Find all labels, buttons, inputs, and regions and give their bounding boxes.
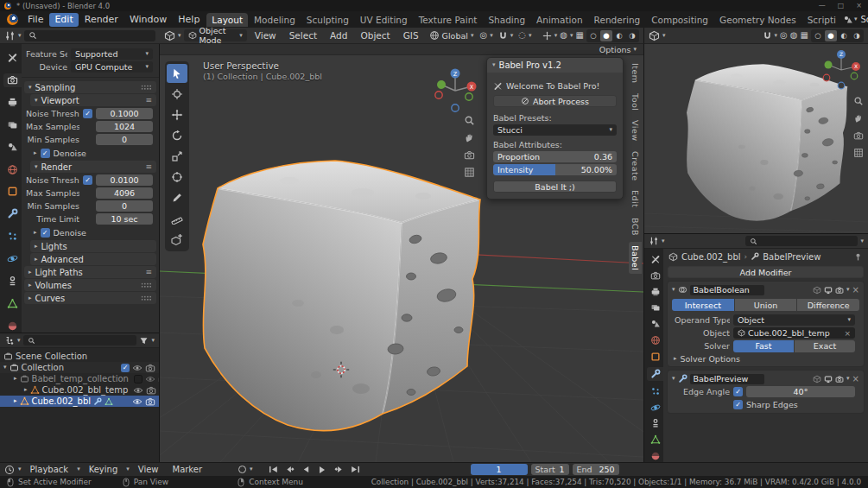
snap-magnet-icon[interactable] [498,31,508,41]
tab-render[interactable] [647,269,663,282]
outliner-row-cube-temp[interactable]: ▸ Cube.002_bbl_temp [0,384,159,396]
solver-fast-button[interactable]: Fast [733,340,794,352]
babel-preset-dropdown[interactable]: Stucci▾ [493,124,617,136]
outliner-row-cube-selected[interactable]: ▸ Cube.002_bbl [0,396,159,407]
tab-view-layer[interactable] [647,302,663,314]
tool-scale[interactable] [167,147,187,166]
tab-constraints[interactable] [647,417,663,429]
collapse-icon[interactable]: ▾ [672,287,675,293]
workspace-tab-modeling[interactable]: Modeling [249,13,301,27]
viewport-editor-icon[interactable] [164,30,175,41]
modifier-name-field[interactable]: BabelPreview [690,374,764,384]
tool-rotate[interactable] [167,126,187,145]
exclude-checkbox[interactable] [134,375,143,383]
sampling-viewport-header[interactable]: ▾Viewport≡ [30,94,156,106]
volumes-panel-header[interactable]: ▸Volumes [24,279,156,291]
jump-to-end-button[interactable] [349,465,362,475]
pivot-point-icon[interactable]: ◎ [476,31,487,40]
tool-transform[interactable] [167,168,187,187]
viewport-denoise-row[interactable]: ▸ ✓ Denoise [22,146,159,160]
proportion-slider[interactable]: Proportion 0.36 [493,151,617,162]
maximize-button[interactable]: □ [832,2,851,10]
realtime-toggle-icon[interactable] [824,375,833,383]
frame-start-field[interactable]: Start1 [531,464,569,475]
hide-eye-icon[interactable] [132,396,143,407]
ortho-grid-icon[interactable] [464,167,475,178]
workspace-tab-layout[interactable]: Layout [206,13,248,27]
viewport-denoise-checkbox[interactable]: ✓ [41,149,50,158]
expand-toggle-icon[interactable]: ▸ [14,376,17,382]
feature-set-dropdown[interactable]: Supported▾ [71,48,153,60]
viewport-min-samples-field[interactable]: 0 [96,134,153,145]
hide-eye-icon[interactable] [133,385,143,396]
operand-type-dropdown[interactable]: Object▾ [733,314,855,326]
tab-physics[interactable] [3,252,22,266]
sidebar-tab-bcb[interactable]: BCB [629,214,642,239]
jump-to-start-button[interactable] [267,465,280,475]
close-button[interactable]: × [850,2,868,10]
properties-editor-icon[interactable] [4,30,16,41]
scene-selector[interactable]: Scene [858,15,868,24]
timeline-editor-chevron-icon[interactable]: ▾ [18,466,22,472]
workspace-tab-uv-editing[interactable]: UV Editing [355,13,413,27]
menu-keying[interactable]: Keying [84,464,124,476]
render-noise-checkbox[interactable]: ✓ [83,175,92,185]
sidebar-tab-babel[interactable]: Babel [629,242,642,274]
sidebar-tab-create[interactable]: Create [629,148,642,185]
tab-world[interactable] [3,162,22,176]
babel-it-button[interactable]: Babel It ;) [493,181,617,193]
properties-search-input[interactable] [745,236,858,246]
tool-cursor[interactable] [167,85,187,104]
menu-help[interactable]: Help [173,13,205,27]
tab-tool[interactable] [3,51,22,65]
workspace-tab-sculpting[interactable]: Sculpting [301,13,354,27]
tool-annotate[interactable] [167,188,187,207]
add-modifier-button[interactable]: Add Modifier [668,266,864,278]
options-dropdown[interactable]: Options [599,45,631,54]
render-toggle-icon[interactable] [835,375,844,383]
tool-measure[interactable] [167,209,187,228]
hide-eye-icon[interactable] [132,363,143,373]
ortho-grid-icon[interactable] [853,148,864,158]
extras-chevron-icon[interactable]: ▾ [846,287,850,293]
menu-add[interactable]: Add [325,29,352,42]
transform-orientation-dropdown[interactable]: Global [442,31,468,41]
shading2-solid-icon[interactable]: ● [825,30,837,41]
proportional-edit-icon[interactable]: ◌ [516,31,526,40]
play-reverse-button[interactable] [300,465,313,475]
render-visibility-camera-icon[interactable] [146,385,156,396]
proportional-chevron-icon[interactable]: ▾ [529,33,532,39]
drag-grip-icon[interactable] [141,85,152,90]
workspace-tab-rendering[interactable]: Rendering [589,13,646,27]
shading2-wireframe-icon[interactable]: ○ [812,30,824,41]
presets-icon[interactable]: ≡ [145,269,152,276]
presets-icon[interactable]: ≡ [145,163,152,171]
shading-solid-icon[interactable]: ● [600,30,612,41]
light-paths-panel-header[interactable]: ▸Light Paths≡ [24,266,156,278]
zoom-icon[interactable] [464,115,475,126]
snap-chevron-icon[interactable]: ▾ [510,33,514,39]
blender-menu-icon[interactable] [7,14,18,25]
viewport-editor-chevron-icon[interactable]: ▾ [178,33,181,39]
tool-select-box[interactable] [167,64,187,83]
workspace-tab-shading[interactable]: Shading [483,13,530,27]
clear-object-icon[interactable]: × [844,329,851,338]
sharp-edges-checkbox[interactable]: ✓ [733,400,743,409]
tab-material[interactable] [3,319,22,333]
overlays2-toggle-icon[interactable]: ◍ [790,31,798,40]
viewport-noise-checkbox[interactable]: ✓ [83,109,92,118]
play-button[interactable] [316,465,329,475]
tab-object[interactable] [3,185,22,199]
sampling-panel-header[interactable]: ▾Sampling [24,81,156,93]
solver-options-header[interactable]: ▸ Solver Options [670,352,861,364]
sidebar-tab-view[interactable]: View [629,117,642,145]
expand-toggle-icon[interactable]: ▸ [14,398,17,404]
tab-object[interactable] [647,351,663,363]
object-field[interactable]: Cube.002_bbl_temp × [733,327,855,339]
tab-view-layer[interactable] [3,118,22,132]
properties-editor-icon[interactable] [649,236,659,246]
shading2-material-icon[interactable]: ◐ [838,30,850,41]
render-visibility-camera-icon[interactable] [145,396,155,407]
edit-mode-toggle-icon[interactable] [813,375,821,383]
workspace-tab-scripting[interactable]: Scripti [802,13,841,27]
